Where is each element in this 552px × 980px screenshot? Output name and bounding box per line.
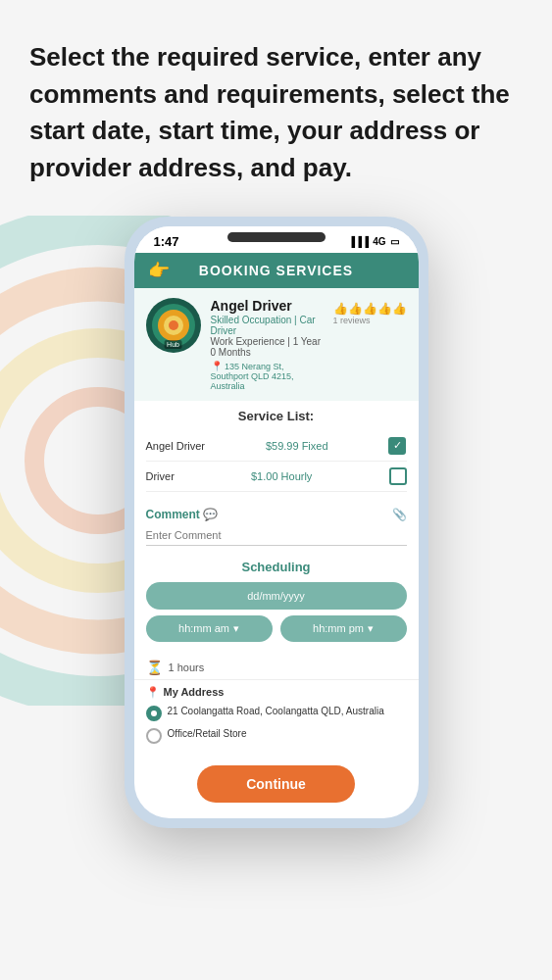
provider-card: Hub Angel Driver Skilled Occupation | Ca… [134, 288, 419, 401]
time-row: hh:mm am ▾ hh:mm pm ▾ [146, 615, 407, 642]
comment-label-text: Comment 💬 [146, 508, 219, 521]
map-pin-icon: 📍 [146, 686, 160, 699]
chevron-down-icon-2: ▾ [368, 622, 374, 635]
address-text-1: 21 Coolangatta Road, Coolangatta QLD, Au… [168, 705, 384, 718]
continue-section: Continue [134, 756, 419, 818]
provider-name: Angel Driver [211, 298, 324, 314]
service-checkbox-1[interactable]: ✓ [388, 437, 406, 455]
address-text-2: Office/Retail Store [168, 727, 247, 741]
comment-input[interactable] [146, 525, 407, 546]
hourglass-icon: ⏳ [146, 660, 163, 675]
header-emoji-icon: 👉 [148, 260, 170, 281]
hours-row: ⏳ 1 hours [134, 656, 419, 680]
radio-selected-icon[interactable] [146, 706, 162, 721]
comment-section: Comment 💬 📎 [134, 500, 419, 554]
hours-text: 1 hours [169, 662, 205, 673]
service-name-1: Angel Driver [146, 440, 206, 452]
scheduling-title: Scheduling [146, 560, 407, 574]
phone-container: 1:47 ▐▐▐ 4G ▭ 👉 BOOKING SERVICES [0, 217, 552, 828]
address-section-label: 📍 My Address [146, 686, 407, 699]
review-count: 1 reviews [333, 316, 371, 325]
provider-reviews: 👍👍👍👍👍 1 reviews [333, 302, 407, 325]
address-section: 📍 My Address 21 Coolangatta Road, Coolan… [134, 680, 419, 756]
chevron-down-icon: ▾ [233, 622, 239, 635]
service-name-2: Driver [146, 470, 175, 482]
address-option-2[interactable]: Office/Retail Store [146, 727, 407, 744]
provider-occupation: Skilled Occupation | Car Driver [211, 315, 324, 336]
hub-label: Hub [164, 340, 182, 349]
service-row-1[interactable]: Angel Driver $59.99 Fixed ✓ [146, 431, 407, 462]
provider-address: 📍 135 Nerang St, Southport QLD 4215, Aus… [211, 361, 324, 391]
location-pin-icon: 📍 [211, 361, 223, 371]
app-header: 👉 BOOKING SERVICES [134, 253, 419, 288]
comment-emoji-icon: 💬 [203, 508, 218, 521]
provider-avatar: Hub [146, 298, 201, 353]
time-am-button[interactable]: hh:mm am ▾ [146, 615, 273, 642]
phone-outer: 1:47 ▐▐▐ 4G ▭ 👉 BOOKING SERVICES [125, 217, 428, 828]
star-ratings: 👍👍👍👍👍 [333, 302, 407, 316]
service-list-section: Service List: Angel Driver $59.99 Fixed … [134, 401, 419, 500]
service-checkbox-2[interactable] [389, 467, 407, 485]
app-header-title: BOOKING SERVICES [199, 263, 353, 278]
provider-experience: Work Experience | 1 Year 0 Months [211, 336, 324, 358]
service-price-2: $1.00 Hourly [251, 470, 312, 482]
address-option-1[interactable]: 21 Coolangatta Road, Coolangatta QLD, Au… [146, 705, 407, 721]
svg-point-8 [169, 320, 178, 330]
provider-info: Angel Driver Skilled Occupation | Car Dr… [211, 298, 324, 391]
comment-label-row: Comment 💬 📎 [146, 508, 407, 521]
radio-unselected-icon[interactable] [146, 728, 162, 744]
status-bar: 1:47 ▐▐▐ 4G ▭ [134, 226, 419, 253]
time-pm-button[interactable]: hh:mm pm ▾ [280, 615, 407, 642]
battery-icon: ▭ [390, 236, 399, 247]
date-picker-button[interactable]: dd/mm/yyyy [146, 582, 407, 610]
network-label: 4G [373, 236, 385, 247]
status-icons: ▐▐▐ 4G ▭ [348, 236, 399, 247]
scheduling-section: Scheduling dd/mm/yyyy hh:mm am ▾ hh:mm p… [134, 554, 419, 656]
signal-icon: ▐▐▐ [348, 236, 369, 247]
continue-button[interactable]: Continue [197, 765, 355, 803]
paperclip-icon[interactable]: 📎 [392, 508, 407, 521]
phone-inner: 1:47 ▐▐▐ 4G ▭ 👉 BOOKING SERVICES [134, 226, 419, 818]
service-list-title: Service List: [146, 409, 407, 423]
status-time: 1:47 [154, 234, 179, 249]
hero-text: Select the required service, enter any c… [0, 0, 552, 207]
service-row-2[interactable]: Driver $1.00 Hourly [146, 462, 407, 492]
service-price-1: $59.99 Fixed [266, 440, 328, 452]
